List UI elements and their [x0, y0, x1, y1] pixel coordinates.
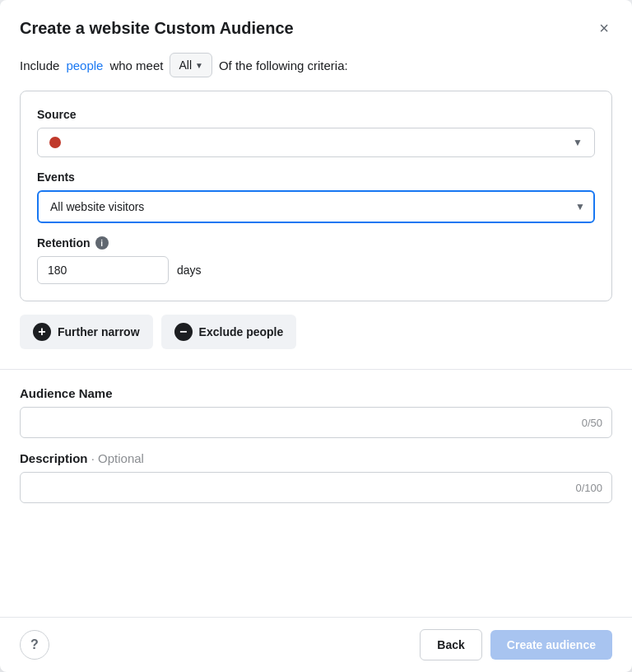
retention-row: days — [37, 256, 595, 284]
who-meet-text: who meet — [109, 58, 163, 72]
retention-label: Retention i — [37, 236, 595, 250]
description-wrapper: 0/100 — [20, 472, 612, 503]
optional-label: · Optional — [91, 451, 144, 465]
source-arrow-icon: ▼ — [573, 137, 583, 148]
description-char-count: 0/100 — [575, 482, 602, 494]
retention-section: Retention i days — [37, 236, 595, 284]
all-label: All — [179, 58, 192, 72]
modal-header: Create a website Custom Audience × — [0, 0, 632, 53]
audience-name-char-count: 0/50 — [582, 417, 602, 429]
criteria-section: Source ▼ Events All website visitors ▼ R… — [20, 91, 612, 301]
events-dropdown-wrapper: All website visitors ▼ — [37, 190, 595, 223]
days-label: days — [177, 264, 202, 277]
create-custom-audience-modal: Create a website Custom Audience × Inclu… — [0, 0, 632, 672]
back-button[interactable]: Back — [420, 629, 481, 660]
exclude-people-button[interactable]: − Exclude people — [161, 315, 297, 349]
events-row: Events All website visitors ▼ — [37, 170, 595, 223]
further-narrow-label: Further narrow — [58, 325, 140, 338]
source-label: Source — [37, 108, 595, 121]
footer-right: Back Create audience — [420, 629, 612, 660]
people-link[interactable]: people — [66, 58, 103, 72]
modal-footer: ? Back Create audience — [0, 617, 632, 672]
include-prefix: Include — [20, 58, 59, 72]
audience-name-input[interactable] — [20, 407, 612, 438]
plus-icon: + — [33, 323, 51, 341]
events-select[interactable]: All website visitors — [37, 190, 595, 223]
exclude-people-label: Exclude people — [199, 325, 284, 338]
audience-section: Audience Name 0/50 Description · Optiona… — [0, 386, 632, 523]
events-label: Events — [37, 170, 595, 184]
create-audience-button[interactable]: Create audience — [490, 630, 612, 660]
source-dropdown[interactable]: ▼ — [37, 128, 595, 157]
audience-name-wrapper: 0/50 — [20, 407, 612, 438]
source-dropdown-wrapper: ▼ — [37, 128, 595, 157]
actions-row: + Further narrow − Exclude people — [0, 315, 632, 366]
source-dot-icon — [49, 137, 61, 148]
further-narrow-button[interactable]: + Further narrow — [20, 315, 153, 349]
description-label: Description · Optional — [20, 451, 612, 465]
minus-icon: − — [174, 323, 193, 341]
close-button[interactable]: × — [596, 16, 612, 40]
include-row: Include people who meet All ▼ Of the fol… — [0, 53, 632, 91]
info-icon: i — [95, 236, 109, 250]
description-input[interactable] — [20, 472, 612, 503]
divider — [0, 369, 632, 370]
chevron-down-icon: ▼ — [195, 61, 203, 70]
help-button[interactable]: ? — [20, 630, 49, 660]
all-dropdown[interactable]: All ▼ — [170, 53, 211, 77]
criteria-suffix: Of the following criteria: — [219, 58, 348, 72]
retention-input[interactable] — [37, 256, 169, 284]
modal-title: Create a website Custom Audience — [20, 19, 294, 38]
audience-name-label: Audience Name — [20, 386, 612, 400]
